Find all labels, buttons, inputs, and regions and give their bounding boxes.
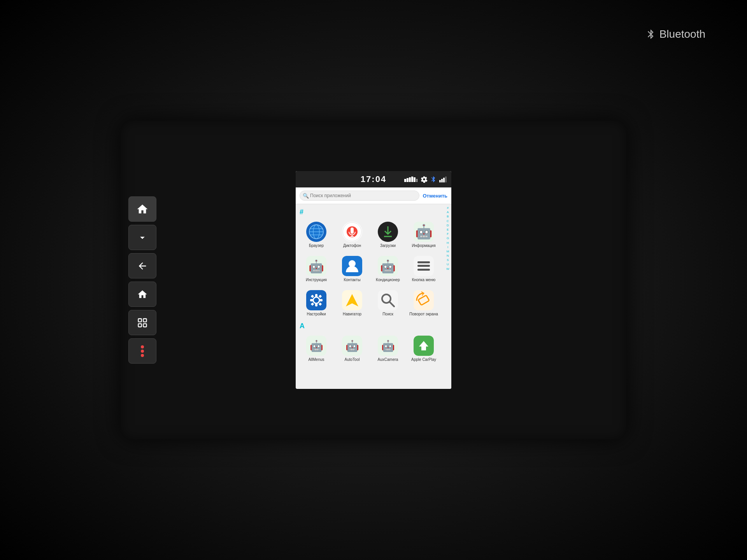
app-instruction-icon: 🤖 bbox=[306, 256, 326, 276]
svg-rect-43 bbox=[378, 290, 398, 310]
down-button[interactable] bbox=[128, 225, 156, 250]
app-allmenus[interactable]: 🤖 AllMenus bbox=[299, 333, 334, 364]
alpha-w[interactable]: W bbox=[446, 267, 449, 271]
more-button[interactable] bbox=[128, 338, 156, 364]
app-downloads[interactable]: Загрузки bbox=[370, 219, 405, 250]
alpha-sidebar: # A B C D E F G H I M N S U W bbox=[444, 204, 451, 389]
dot3 bbox=[141, 354, 144, 357]
svg-text:🤖: 🤖 bbox=[381, 340, 395, 352]
alpha-e[interactable]: E bbox=[447, 228, 449, 232]
app-auxcamera-icon: 🤖 bbox=[378, 336, 398, 356]
search-wrap: 🔍 bbox=[300, 191, 419, 201]
app-dictaphone[interactable]: Диктофон bbox=[335, 219, 370, 250]
app-dictaphone-icon bbox=[342, 222, 362, 242]
back-button[interactable] bbox=[128, 253, 156, 278]
app-screen: 17:04 bbox=[296, 171, 451, 389]
app-autotool-icon: 🤖 bbox=[342, 336, 362, 356]
app-carplay[interactable]: Apple CarPlay bbox=[406, 333, 441, 364]
svg-text:🤖: 🤖 bbox=[310, 340, 323, 352]
dot2 bbox=[141, 350, 144, 353]
svg-rect-34 bbox=[315, 303, 317, 306]
app-settings-label: Настройки bbox=[307, 312, 326, 317]
alpha-u[interactable]: U bbox=[447, 262, 449, 266]
home2-button[interactable] bbox=[128, 282, 156, 307]
windows-button[interactable] bbox=[128, 310, 156, 335]
svg-rect-2 bbox=[139, 324, 142, 327]
app-auxcamera[interactable]: 🤖 AuxCamera bbox=[370, 333, 405, 364]
svg-text:🤖: 🤖 bbox=[309, 259, 324, 274]
apps-area: # bbox=[296, 204, 451, 389]
svg-rect-31 bbox=[306, 290, 326, 310]
svg-rect-29 bbox=[417, 265, 430, 267]
alpha-f[interactable]: F bbox=[447, 232, 449, 236]
dot1 bbox=[141, 345, 144, 348]
app-conditioner-icon: 🤖 bbox=[378, 256, 398, 276]
svg-text:🤖: 🤖 bbox=[345, 340, 359, 352]
app-info[interactable]: 🤖 Информация bbox=[406, 219, 441, 250]
alpha-c[interactable]: C bbox=[447, 219, 449, 223]
section-a-label: А bbox=[297, 320, 307, 332]
svg-rect-3 bbox=[143, 324, 146, 327]
svg-rect-36 bbox=[319, 299, 323, 301]
alpha-n[interactable]: N bbox=[447, 254, 449, 258]
alpha-b[interactable]: B bbox=[447, 214, 449, 219]
app-search[interactable]: Поиск bbox=[370, 288, 405, 319]
app-navigator[interactable]: Навигатор bbox=[335, 288, 370, 319]
alpha-d[interactable]: D bbox=[447, 223, 449, 228]
alpha-s[interactable]: S bbox=[447, 258, 449, 262]
section-hash: # bbox=[297, 206, 443, 218]
alpha-a[interactable]: A bbox=[447, 210, 449, 214]
svg-rect-0 bbox=[139, 318, 142, 322]
app-settings[interactable]: Настройки bbox=[299, 288, 334, 319]
section-hash-label: # bbox=[297, 206, 306, 218]
app-allmenus-label: AllMenus bbox=[308, 357, 324, 362]
app-autotool[interactable]: 🤖 AutoTool bbox=[335, 333, 370, 364]
alpha-i[interactable]: I bbox=[447, 245, 448, 249]
app-conditioner-label: Кондиционер bbox=[376, 278, 400, 282]
app-conditioner[interactable]: 🤖 Кондиционер bbox=[370, 254, 405, 285]
app-menu-btn[interactable]: Кнопка меню bbox=[406, 254, 441, 285]
svg-rect-1 bbox=[143, 318, 146, 322]
app-contacts-icon bbox=[342, 256, 362, 276]
apps-grid-rowa: 🤖 AllMenus 🤖 bbox=[297, 332, 443, 366]
left-nav-buttons bbox=[128, 196, 156, 364]
search-bar: 🔍 Отменить bbox=[296, 187, 451, 204]
status-icons bbox=[404, 176, 447, 183]
app-settings-icon bbox=[306, 290, 326, 310]
app-browser[interactable]: Браузер bbox=[299, 219, 334, 250]
search-icon: 🔍 bbox=[303, 193, 309, 199]
alpha-h[interactable]: H bbox=[447, 241, 449, 245]
app-rotate[interactable]: Поворот экрана bbox=[406, 288, 441, 319]
app-contacts[interactable]: Контакты bbox=[335, 254, 370, 285]
app-menu-btn-icon bbox=[414, 256, 434, 276]
app-info-icon: 🤖 bbox=[414, 222, 434, 242]
app-auxcamera-label: AuxCamera bbox=[378, 357, 398, 362]
app-navigator-label: Навигатор bbox=[343, 312, 361, 317]
app-carplay-icon bbox=[414, 336, 434, 356]
app-instruction[interactable]: 🤖 Инструкция bbox=[299, 254, 334, 285]
app-menu-btn-label: Кнопка меню bbox=[412, 278, 436, 282]
status-bar: 17:04 bbox=[296, 171, 451, 187]
alpha-hash[interactable]: # bbox=[447, 206, 449, 210]
home-button[interactable] bbox=[128, 196, 156, 222]
app-downloads-label: Загрузки bbox=[380, 243, 396, 248]
bluetooth-text: Bluetooth bbox=[659, 28, 705, 40]
bluetooth-label: Bluetooth bbox=[645, 28, 705, 40]
app-carplay-label: Apple CarPlay bbox=[411, 357, 436, 362]
apps-scroll[interactable]: # bbox=[296, 204, 444, 389]
search-input[interactable] bbox=[300, 191, 419, 201]
app-navigator-icon bbox=[342, 290, 362, 310]
cancel-button[interactable]: Отменить bbox=[423, 193, 447, 199]
apps-grid-row3: Настройки Навигатор bbox=[297, 286, 443, 320]
app-info-label: Информация bbox=[412, 243, 435, 248]
app-browser-label: Браузер bbox=[309, 243, 324, 248]
apps-grid-row1: Браузер bbox=[297, 218, 443, 252]
svg-rect-35 bbox=[310, 299, 313, 301]
alpha-m[interactable]: M bbox=[447, 249, 449, 254]
svg-rect-14 bbox=[351, 228, 354, 234]
app-rotate-icon bbox=[414, 290, 434, 310]
signal-bars bbox=[439, 177, 447, 182]
alpha-g[interactable]: G bbox=[447, 236, 449, 240]
car-unit: Bluetooth bbox=[0, 0, 747, 560]
bt-signal-icon bbox=[430, 176, 437, 183]
